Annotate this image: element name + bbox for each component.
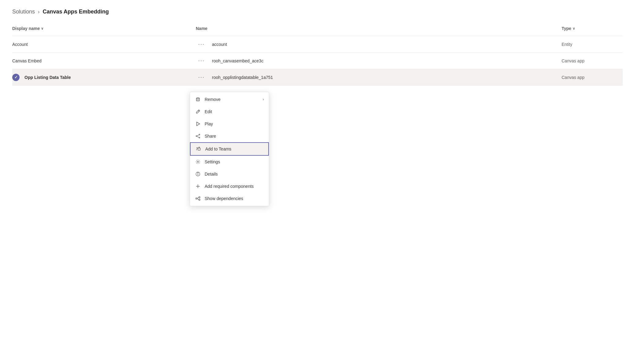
sort-icon-type: ∨ (573, 27, 575, 31)
row-type: Entity (562, 38, 623, 51)
sort-icon-display-name: ∨ (41, 27, 43, 31)
breadcrumb: Solutions › Canvas Apps Embedding (0, 0, 635, 21)
row-dots-button[interactable]: ··· (196, 57, 207, 65)
row-display-name: ✓ Opp Listing Data Table (12, 69, 196, 85)
col-header-type[interactable]: Type ∨ (562, 24, 623, 33)
row-display-name: Account (12, 38, 196, 51)
row-name-cell: ··· account (196, 36, 562, 52)
table-row[interactable]: Account ··· account Entity (12, 36, 623, 53)
table-row[interactable]: Canvas Embed ··· rooh_canvasembed_ace3c … (12, 53, 623, 69)
row-display-name: Canvas Embed (12, 54, 196, 68)
row-dots-button[interactable]: ··· (196, 73, 207, 81)
solutions-table: Display name ∨ Name Type ∨ Account ··· a… (0, 21, 635, 86)
row-dots-button[interactable]: ··· (196, 40, 207, 48)
row-name-cell: ··· rooh_opplistingdatatable_1a751 (196, 69, 562, 85)
table-header: Display name ∨ Name Type ∨ (12, 21, 623, 36)
row-type: Canvas app (562, 54, 623, 68)
selected-check-icon: ✓ (12, 74, 20, 81)
row-type: Canvas app (562, 71, 623, 84)
row-name-cell: ··· rooh_canvasembed_ace3c (196, 53, 562, 69)
col-header-name: Name (196, 24, 562, 33)
breadcrumb-solutions-link[interactable]: Solutions (12, 9, 35, 15)
table-row[interactable]: ✓ Opp Listing Data Table ··· rooh_opplis… (12, 69, 623, 86)
col-header-display-name[interactable]: Display name ∨ (12, 24, 196, 33)
breadcrumb-separator: › (38, 9, 39, 15)
breadcrumb-current: Canvas Apps Embedding (43, 9, 109, 15)
